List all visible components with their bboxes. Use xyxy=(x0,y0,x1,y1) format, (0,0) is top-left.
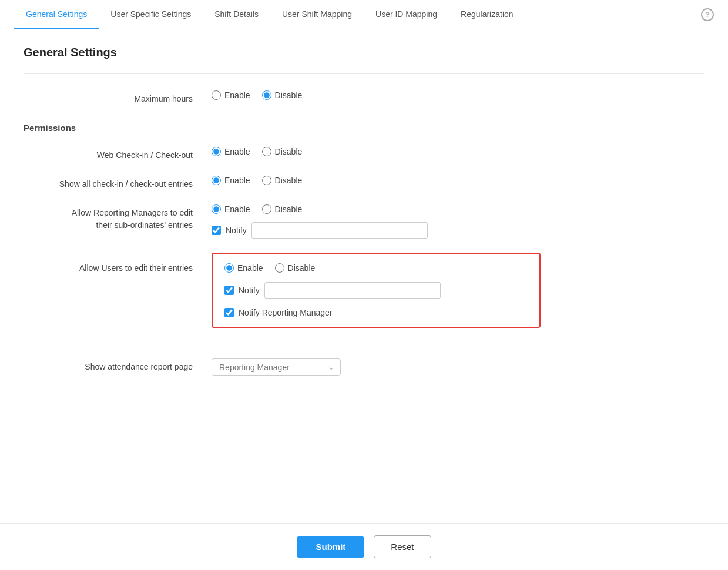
allow-users-enable-option[interactable]: Enable xyxy=(224,263,263,273)
tabs-bar: General Settings User Specific Settings … xyxy=(0,0,728,29)
maximum-hours-enable-radio[interactable] xyxy=(212,90,221,100)
allow-users-label: Allow Users to edit their entries xyxy=(24,253,212,274)
allow-users-notify-checkbox[interactable] xyxy=(224,286,234,295)
allow-reporting-managers-label-line1: Allow Reporting Managers to edit xyxy=(72,208,193,217)
submit-button[interactable]: Submit xyxy=(297,536,364,558)
web-checkin-enable-option[interactable]: Enable xyxy=(212,147,250,156)
show-all-checkin-controls: Enable Disable xyxy=(212,176,704,185)
tab-user-shift-mapping[interactable]: User Shift Mapping xyxy=(270,0,364,29)
settings-section: Maximum hours Enable Disable xyxy=(24,90,704,376)
permissions-header-label: Permissions xyxy=(24,119,212,135)
show-attendance-report-controls: Reporting Manager ⌵ xyxy=(212,358,704,376)
allow-users-notify-rm-label: Notify Reporting Manager xyxy=(239,308,333,317)
allow-users-disable-radio[interactable] xyxy=(275,263,284,273)
maximum-hours-label: Maximum hours xyxy=(24,90,212,105)
tab-general-settings[interactable]: General Settings xyxy=(14,0,99,29)
maximum-hours-disable-label: Disable xyxy=(275,90,303,100)
permissions-header-row: Permissions xyxy=(24,119,704,135)
web-checkin-enable-radio[interactable] xyxy=(212,147,221,156)
allow-users-disable-option[interactable]: Disable xyxy=(275,263,316,273)
allow-reporting-managers-disable-option[interactable]: Disable xyxy=(262,204,303,214)
allow-users-radio-group: Enable Disable xyxy=(224,263,315,273)
allow-reporting-managers-enable-label: Enable xyxy=(224,204,250,214)
divider xyxy=(24,73,704,74)
show-all-checkin-disable-radio[interactable] xyxy=(262,176,271,185)
allow-reporting-managers-disable-label: Disable xyxy=(275,204,303,214)
show-all-checkin-enable-radio[interactable] xyxy=(212,176,221,185)
allow-users-enable-radio[interactable] xyxy=(224,263,234,273)
show-all-checkin-radio-group: Enable Disable xyxy=(212,176,704,185)
allow-reporting-managers-notify-input[interactable] xyxy=(251,222,428,239)
page-title: General Settings xyxy=(24,46,704,59)
tab-user-id-mapping[interactable]: User ID Mapping xyxy=(364,0,449,29)
allow-users-notify-label: Notify xyxy=(239,286,260,295)
allow-users-disable-label: Disable xyxy=(288,263,316,273)
web-checkin-controls: Enable Disable xyxy=(212,147,704,156)
footer: Submit Reset xyxy=(0,523,728,570)
allow-reporting-managers-enable-radio[interactable] xyxy=(212,204,221,214)
show-attendance-report-label: Show attendance report page xyxy=(24,358,212,373)
show-all-checkin-disable-label: Disable xyxy=(275,176,303,185)
show-attendance-report-row: Show attendance report page Reporting Ma… xyxy=(24,358,704,376)
maximum-hours-disable-radio[interactable] xyxy=(262,90,271,100)
tab-shift-details[interactable]: Shift Details xyxy=(203,0,270,29)
maximum-hours-enable-label: Enable xyxy=(224,90,250,100)
show-attendance-report-dropdown-value: Reporting Manager xyxy=(219,363,290,372)
show-all-checkin-enable-option[interactable]: Enable xyxy=(212,176,250,185)
allow-reporting-managers-notify-row: Notify xyxy=(212,222,704,239)
allow-reporting-managers-radio-group: Enable Disable xyxy=(212,204,704,214)
show-all-checkin-disable-option[interactable]: Disable xyxy=(262,176,303,185)
maximum-hours-controls: Enable Disable xyxy=(212,90,704,100)
allow-reporting-managers-label-line2: their sub-ordinates' entries xyxy=(96,220,193,230)
web-checkin-disable-label: Disable xyxy=(275,147,303,156)
allow-reporting-managers-controls: Enable Disable Notify xyxy=(212,204,704,239)
allow-users-notify-row: Notify xyxy=(224,280,528,299)
allow-reporting-managers-row: Allow Reporting Managers to edit their s… xyxy=(24,204,704,239)
allow-users-outer-row: Allow Users to edit their entries Enable… xyxy=(24,253,704,342)
show-all-checkin-row: Show all check-in / check-out entries En… xyxy=(24,176,704,190)
allow-users-notify-input[interactable] xyxy=(264,282,441,299)
web-checkin-enable-label: Enable xyxy=(224,147,250,156)
allow-reporting-managers-notify-label: Notify xyxy=(226,226,247,235)
maximum-hours-radio-group: Enable Disable xyxy=(212,90,704,100)
allow-users-notify-inner-row: Notify xyxy=(224,282,441,299)
chevron-down-icon: ⌵ xyxy=(329,363,333,371)
tab-regularization[interactable]: Regularization xyxy=(449,0,525,29)
allow-reporting-managers-disable-radio[interactable] xyxy=(262,204,271,214)
allow-users-highlight-box: Enable Disable Notify xyxy=(212,253,541,328)
web-checkin-label: Web Check-in / Check-out xyxy=(24,147,212,162)
show-attendance-report-dropdown[interactable]: Reporting Manager ⌵ xyxy=(212,358,341,376)
allow-users-radio-row: Enable Disable xyxy=(224,263,528,273)
web-checkin-disable-option[interactable]: Disable xyxy=(262,147,303,156)
page-wrapper: General Settings User Specific Settings … xyxy=(0,0,728,570)
allow-users-enable-label: Enable xyxy=(237,263,263,273)
allow-users-notify-rm-checkbox[interactable] xyxy=(224,308,234,317)
allow-reporting-managers-label: Allow Reporting Managers to edit their s… xyxy=(24,204,212,232)
help-icon[interactable]: ? xyxy=(701,8,714,21)
allow-reporting-managers-notify-checkbox[interactable] xyxy=(212,226,221,235)
reset-button[interactable]: Reset xyxy=(374,535,431,558)
main-content: General Settings Maximum hours Enable Di… xyxy=(0,29,728,437)
allow-users-notify-rm-row: Notify Reporting Manager xyxy=(224,306,528,317)
show-all-checkin-label: Show all check-in / check-out entries xyxy=(24,176,212,190)
web-checkin-disable-radio[interactable] xyxy=(262,147,271,156)
allow-reporting-managers-enable-option[interactable]: Enable xyxy=(212,204,250,214)
allow-users-notify-rm-inner-row: Notify Reporting Manager xyxy=(224,308,528,317)
show-all-checkin-enable-label: Enable xyxy=(224,176,250,185)
web-checkin-radio-group: Enable Disable xyxy=(212,147,704,156)
web-checkin-row: Web Check-in / Check-out Enable Disable xyxy=(24,147,704,162)
maximum-hours-enable-option[interactable]: Enable xyxy=(212,90,250,100)
maximum-hours-row: Maximum hours Enable Disable xyxy=(24,90,704,105)
maximum-hours-disable-option[interactable]: Disable xyxy=(262,90,303,100)
tab-user-specific-settings[interactable]: User Specific Settings xyxy=(99,0,203,29)
